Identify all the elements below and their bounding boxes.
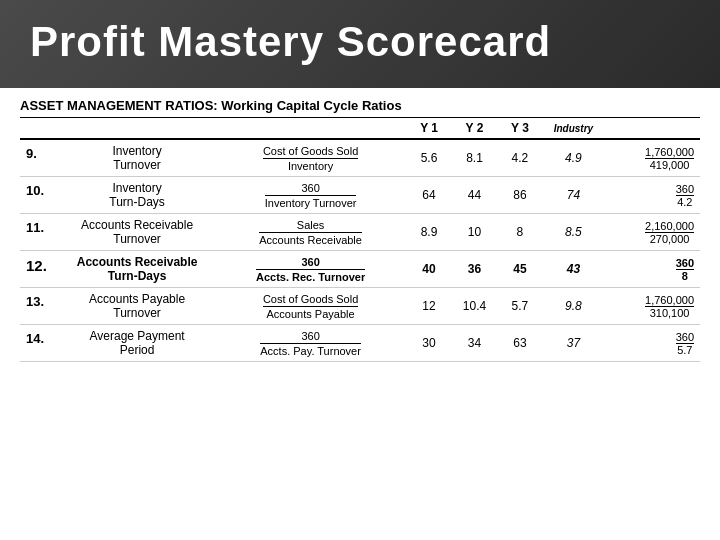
row-y3: 5.7: [497, 288, 542, 325]
row-y1: 12: [406, 288, 451, 325]
row-number: 12.: [20, 251, 59, 288]
table-row: 11.Accounts ReceivableTurnoverSalesAccou…: [20, 214, 700, 251]
th-y2: Y 2: [452, 118, 497, 140]
th-industry-val: [604, 118, 700, 140]
row-formula: Cost of Goods SoldAccounts Payable: [215, 288, 406, 325]
page-title: Profit Mastery Scorecard: [30, 18, 690, 66]
row-industry-value: 3608: [604, 251, 700, 288]
row-industry-value: 2,160,000270,000: [604, 214, 700, 251]
row-y2: 44: [452, 177, 497, 214]
main-content: ASSET MANAGEMENT RATIOS: Working Capital…: [0, 88, 720, 370]
row-y1: 30: [406, 325, 451, 362]
row-y3: 63: [497, 325, 542, 362]
th-industry: Industry: [543, 118, 605, 140]
row-label: InventoryTurn-Days: [59, 177, 215, 214]
row-y1: 40: [406, 251, 451, 288]
row-label: Accounts PayableTurnover: [59, 288, 215, 325]
row-industry-value: 1,760,000310,100: [604, 288, 700, 325]
table-row: 9.InventoryTurnoverCost of Goods SoldInv…: [20, 139, 700, 177]
row-industry: 8.5: [543, 214, 605, 251]
row-y3: 86: [497, 177, 542, 214]
row-formula: 360Inventory Turnover: [215, 177, 406, 214]
row-y1: 8.9: [406, 214, 451, 251]
row-label: Accounts ReceivableTurnover: [59, 214, 215, 251]
row-number: 14.: [20, 325, 59, 362]
row-y3: 8: [497, 214, 542, 251]
row-number: 9.: [20, 139, 59, 177]
ratios-table: Y 1 Y 2 Y 3 Industry 9.InventoryTurnover…: [20, 117, 700, 362]
table-row: 10.InventoryTurn-Days360Inventory Turnov…: [20, 177, 700, 214]
row-y2: 34: [452, 325, 497, 362]
th-y3: Y 3: [497, 118, 542, 140]
th-label: [59, 118, 215, 140]
th-formula: [215, 118, 406, 140]
row-label: Accounts ReceivableTurn-Days: [59, 251, 215, 288]
row-y2: 36: [452, 251, 497, 288]
row-formula: 360Accts. Pay. Turnover: [215, 325, 406, 362]
table-row: 14.Average PaymentPeriod360Accts. Pay. T…: [20, 325, 700, 362]
row-formula: Cost of Goods SoldInventory: [215, 139, 406, 177]
row-industry-value: 1,760,000419,000: [604, 139, 700, 177]
row-number: 10.: [20, 177, 59, 214]
section-title: ASSET MANAGEMENT RATIOS: Working Capital…: [20, 98, 700, 113]
row-y3: 45: [497, 251, 542, 288]
row-industry: 9.8: [543, 288, 605, 325]
row-industry: 74: [543, 177, 605, 214]
row-y1: 64: [406, 177, 451, 214]
row-number: 11.: [20, 214, 59, 251]
row-y1: 5.6: [406, 139, 451, 177]
row-formula: SalesAccounts Receivable: [215, 214, 406, 251]
row-formula: 360Accts. Rec. Turnover: [215, 251, 406, 288]
row-y2: 8.1: [452, 139, 497, 177]
row-label: InventoryTurnover: [59, 139, 215, 177]
row-y3: 4.2: [497, 139, 542, 177]
row-industry: 4.9: [543, 139, 605, 177]
row-industry: 43: [543, 251, 605, 288]
row-label: Average PaymentPeriod: [59, 325, 215, 362]
row-industry-value: 3604.2: [604, 177, 700, 214]
row-industry: 37: [543, 325, 605, 362]
row-y2: 10: [452, 214, 497, 251]
table-header-row: Y 1 Y 2 Y 3 Industry: [20, 118, 700, 140]
table-row: 13.Accounts PayableTurnoverCost of Goods…: [20, 288, 700, 325]
header: Profit Mastery Scorecard: [0, 0, 720, 88]
row-y2: 10.4: [452, 288, 497, 325]
table-row: 12.Accounts ReceivableTurn-Days360Accts.…: [20, 251, 700, 288]
th-num: [20, 118, 59, 140]
th-y1: Y 1: [406, 118, 451, 140]
row-industry-value: 3605.7: [604, 325, 700, 362]
row-number: 13.: [20, 288, 59, 325]
